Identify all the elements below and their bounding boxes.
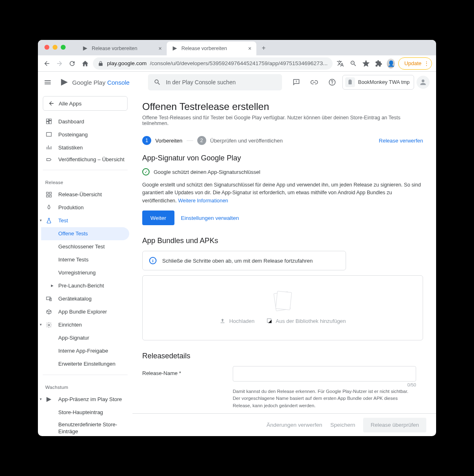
upload-icon (219, 318, 226, 324)
android-icon (345, 77, 355, 87)
menu-icon[interactable] (42, 77, 53, 88)
close-tab-icon[interactable]: × (159, 45, 162, 52)
flask-icon (45, 217, 53, 224)
all-apps-button[interactable]: Alle Apps (43, 96, 128, 111)
reload-button[interactable] (68, 58, 77, 69)
save-button[interactable]: Speichern (331, 422, 355, 428)
brand-logo[interactable]: Google Play Console (60, 78, 141, 87)
inbox-icon (45, 131, 53, 138)
sidebar-item-internal-sharing[interactable]: Interne App-Freigabe (41, 344, 129, 358)
browser-tab-strip: Release vorbereiten × Release vorbereite… (38, 40, 436, 55)
sidebar-item-publishing[interactable]: Veröffentlichung – Übersicht (41, 154, 129, 166)
review-release-button[interactable]: Release überprüfen (363, 418, 426, 432)
sidebar-item-open-tests[interactable]: Offene Tests (41, 227, 129, 240)
release-name-input[interactable] (233, 366, 416, 382)
forward-button[interactable] (55, 58, 64, 69)
sidebar-item-test[interactable]: ▼Test (41, 214, 129, 227)
sidebar-item-production[interactable]: Produktion (41, 201, 129, 214)
signing-description: Google erstellt und schützt den Signatur… (142, 181, 423, 205)
sidebar-item-release-overview[interactable]: Release-Übersicht (41, 188, 129, 201)
sidebar-item-app-signing[interactable]: App-Signatur (41, 331, 129, 344)
search-input[interactable]: In der Play Console suchen (148, 74, 282, 90)
sidebar-item-advanced[interactable]: Erweiterte Einstellungen (41, 358, 129, 371)
chevron-down-icon: ▼ (39, 323, 43, 327)
extensions-icon[interactable] (374, 58, 384, 69)
close-window[interactable] (44, 45, 49, 50)
sidebar-item-store-presence[interactable]: ▼App-Präsenz im Play Store (41, 393, 129, 406)
bookmark-icon[interactable] (361, 58, 370, 69)
stepper: 1 Vorbereiten 2 Überprüfen und veröffent… (142, 136, 423, 145)
tab-title: Release vorbereiten (92, 46, 137, 51)
app-selector[interactable]: BookMonkey TWA tmp (342, 75, 414, 90)
arrow-left-icon (48, 100, 55, 107)
sidebar-item-closed-tests[interactable]: Geschlossener Test (41, 240, 129, 253)
maximize-window[interactable] (61, 45, 66, 50)
upload-button[interactable]: Hochladen (219, 318, 254, 324)
sidebar-item-main-listing[interactable]: Store-Haupteintrag (41, 406, 129, 419)
step-2-number: 2 (197, 136, 206, 145)
translate-icon[interactable] (336, 58, 345, 69)
add-from-library-button[interactable]: Aus der Bibliothek hinzufügen (266, 318, 346, 324)
page-subtitle: Offene Test-Releases sind für Tester bei… (142, 115, 423, 126)
details-heading: Releasedetails (142, 352, 423, 360)
profile-avatar[interactable]: 👤 (387, 59, 395, 68)
chevron-down-icon: ▼ (39, 219, 43, 222)
rocket-icon (45, 204, 53, 211)
chevron-down-icon: ▼ (39, 397, 43, 401)
lock-icon (98, 61, 104, 66)
back-button[interactable] (42, 58, 51, 69)
window-controls (43, 40, 69, 54)
svg-rect-3 (49, 192, 51, 194)
discard-changes-button[interactable]: Änderungen verwerfen (267, 422, 322, 428)
update-button[interactable]: Update ⋮ (398, 57, 432, 70)
signing-status: ✓ Google schützt deinen App-Signaturschl… (142, 168, 423, 175)
new-tab-button[interactable]: + (258, 42, 269, 54)
upload-dropzone[interactable]: Hochladen Aus der Bibliothek hinzufügen (142, 275, 423, 340)
browser-tab-1[interactable]: Release vorbereiten × (77, 42, 167, 55)
sidebar-item-dashboard[interactable]: Dashboard (41, 115, 129, 128)
address-bar[interactable]: play.google.com/console/u/0/developers/5… (93, 57, 332, 70)
svg-rect-7 (50, 298, 51, 301)
home-button[interactable] (80, 58, 90, 69)
help-icon[interactable] (324, 75, 340, 90)
account-avatar[interactable] (417, 76, 430, 89)
play-icon (45, 396, 53, 403)
minimize-window[interactable] (53, 45, 57, 50)
section-growth: Wachstum (41, 379, 129, 393)
sidebar-item-custom-listing[interactable]: Benutzerdefinierte Store-Einträge (41, 419, 129, 436)
sidebar-item-statistics[interactable]: Statistiken (41, 141, 129, 154)
release-name-label: Release-Name * (142, 366, 233, 409)
gear-icon (45, 322, 53, 328)
tab-title: Release vorbereiten (181, 46, 227, 51)
stats-icon (45, 144, 53, 151)
feedback-icon[interactable] (289, 75, 304, 90)
link-icon[interactable] (306, 75, 322, 90)
more-icon: ⋮ (424, 60, 429, 66)
close-tab-icon[interactable]: × (248, 45, 251, 52)
chevron-right-icon: ▶ (50, 284, 54, 287)
manage-settings-link[interactable]: Einstellungen verwalten (181, 215, 239, 221)
sidebar-item-devices[interactable]: Gerätekatalog (41, 292, 129, 305)
app-header: Google Play Console In der Play Console … (38, 72, 436, 93)
sidebar-item-bundle-explorer[interactable]: App Bundle Explorer (41, 305, 129, 318)
section-release: Release (41, 174, 129, 188)
browser-tab-2[interactable]: Release vorbereiten × (167, 42, 256, 55)
next-button[interactable]: Weiter (142, 211, 174, 225)
sidebar-item-prelaunch[interactable]: ▶Pre-Launch-Bericht (41, 279, 129, 292)
zoom-icon[interactable] (348, 58, 358, 69)
check-icon: ✓ (142, 168, 150, 175)
svg-rect-4 (46, 195, 49, 197)
info-icon: i (149, 257, 157, 264)
step-1-number: 1 (142, 136, 151, 145)
discard-release-link[interactable]: Release verwerfen (379, 138, 423, 144)
more-info-link[interactable]: Weitere Informationen (178, 198, 228, 204)
sidebar-item-setup[interactable]: ▼Einrichten (41, 318, 129, 331)
svg-rect-1 (46, 132, 51, 136)
sidebar-item-inbox[interactable]: Posteingang (41, 128, 129, 141)
signing-heading: App-Signatur von Google Play (142, 154, 423, 162)
browser-toolbar: play.google.com/console/u/0/developers/5… (38, 55, 436, 72)
sidebar-item-internal-tests[interactable]: Interne Tests (41, 253, 129, 266)
sidebar-item-prereg[interactable]: Vorregistrierung (41, 266, 129, 279)
bundles-heading: App Bundles und APKs (142, 237, 423, 245)
library-icon (266, 318, 273, 324)
